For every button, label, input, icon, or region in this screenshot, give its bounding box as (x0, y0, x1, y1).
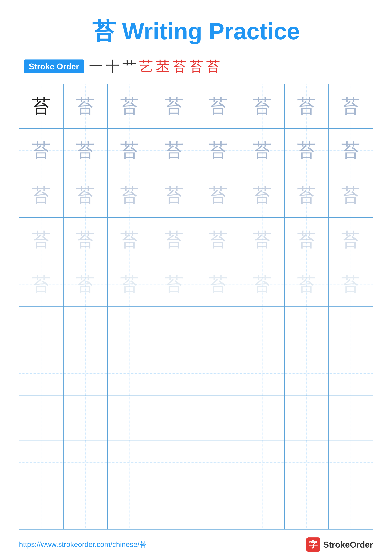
grid-cell-5-2[interactable] (108, 307, 152, 351)
grid-cell-3-4[interactable]: 苔 (196, 218, 241, 262)
grid-cell-5-3[interactable] (152, 307, 196, 351)
grid-cell-4-6[interactable]: 苔 (285, 262, 329, 307)
grid-cell-7-3[interactable] (152, 396, 196, 440)
grid-cell-5-0[interactable] (19, 307, 64, 351)
grid-cell-8-3[interactable] (152, 440, 196, 485)
grid-cell-6-0[interactable] (19, 351, 64, 396)
stroke-order-badge: Stroke Order (24, 59, 84, 73)
grid-cell-6-4[interactable] (196, 351, 241, 396)
grid-cell-6-5[interactable] (240, 351, 285, 396)
grid-cell-9-1[interactable] (64, 485, 108, 529)
grid-row-4: 苔苔苔苔苔苔苔苔 (19, 262, 373, 307)
grid-row-3: 苔苔苔苔苔苔苔苔 (19, 218, 373, 262)
grid-cell-6-3[interactable] (152, 351, 196, 396)
grid-cell-0-4[interactable]: 苔 (196, 84, 241, 128)
grid-cell-8-0[interactable] (19, 440, 64, 485)
grid-cell-2-7[interactable]: 苔 (329, 173, 373, 217)
grid-cell-3-1[interactable]: 苔 (64, 218, 108, 262)
cell-char-1-2: 苔 (120, 141, 139, 160)
grid-cell-2-1[interactable]: 苔 (64, 173, 108, 217)
grid-cell-4-3[interactable]: 苔 (152, 262, 196, 307)
grid-cell-4-1[interactable]: 苔 (64, 262, 108, 307)
grid-cell-0-6[interactable]: 苔 (285, 84, 329, 128)
grid-cell-7-4[interactable] (196, 396, 241, 440)
grid-cell-5-6[interactable] (285, 307, 329, 351)
grid-cell-1-3[interactable]: 苔 (152, 129, 196, 173)
grid-cell-7-0[interactable] (19, 396, 64, 440)
grid-cell-5-4[interactable] (196, 307, 241, 351)
grid-cell-7-7[interactable] (329, 396, 373, 440)
grid-cell-0-1[interactable]: 苔 (64, 84, 108, 128)
grid-cell-4-7[interactable]: 苔 (329, 262, 373, 307)
stroke-char-7: 苔 (189, 57, 203, 76)
cell-char-4-6: 苔 (297, 275, 316, 294)
grid-cell-3-6[interactable]: 苔 (285, 218, 329, 262)
grid-cell-9-2[interactable] (108, 485, 152, 529)
grid-cell-3-5[interactable]: 苔 (240, 218, 285, 262)
grid-cell-3-7[interactable]: 苔 (329, 218, 373, 262)
grid-cell-6-2[interactable] (108, 351, 152, 396)
cell-char-3-7: 苔 (341, 230, 360, 249)
grid-cell-1-0[interactable]: 苔 (19, 129, 64, 173)
grid-cell-9-7[interactable] (329, 485, 373, 529)
grid-cell-4-2[interactable]: 苔 (108, 262, 152, 307)
grid-cell-5-5[interactable] (240, 307, 285, 351)
grid-cell-2-3[interactable]: 苔 (152, 173, 196, 217)
grid-cell-1-2[interactable]: 苔 (108, 129, 152, 173)
grid-cell-1-1[interactable]: 苔 (64, 129, 108, 173)
cell-char-4-4: 苔 (209, 275, 228, 294)
grid-cell-2-6[interactable]: 苔 (285, 173, 329, 217)
grid-cell-1-7[interactable]: 苔 (329, 129, 373, 173)
grid-cell-0-3[interactable]: 苔 (152, 84, 196, 128)
grid-cell-1-6[interactable]: 苔 (285, 129, 329, 173)
grid-cell-9-3[interactable] (152, 485, 196, 529)
grid-cell-2-2[interactable]: 苔 (108, 173, 152, 217)
grid-cell-8-7[interactable] (329, 440, 373, 485)
grid-cell-6-1[interactable] (64, 351, 108, 396)
cell-char-2-4: 苔 (209, 186, 228, 205)
grid-cell-9-4[interactable] (196, 485, 241, 529)
grid-cell-5-1[interactable] (64, 307, 108, 351)
grid-cell-8-5[interactable] (240, 440, 285, 485)
page: 苔 Writing Practice Stroke Order 一 十 艹 艺 … (0, 0, 392, 555)
grid-cell-1-4[interactable]: 苔 (196, 129, 241, 173)
stroke-char-4: 艺 (139, 57, 153, 76)
grid-cell-3-2[interactable]: 苔 (108, 218, 152, 262)
grid-cell-0-7[interactable]: 苔 (329, 84, 373, 128)
grid-cell-2-5[interactable]: 苔 (240, 173, 285, 217)
grid-cell-0-5[interactable]: 苔 (240, 84, 285, 128)
grid-cell-7-5[interactable] (240, 396, 285, 440)
grid-cell-8-6[interactable] (285, 440, 329, 485)
cell-char-4-5: 苔 (253, 275, 272, 294)
stroke-char-2: 十 (106, 57, 120, 76)
grid-cell-0-2[interactable]: 苔 (108, 84, 152, 128)
grid-cell-7-6[interactable] (285, 396, 329, 440)
grid-cell-4-5[interactable]: 苔 (240, 262, 285, 307)
page-title: 苔 Writing Practice (92, 16, 300, 47)
grid-cell-7-2[interactable] (108, 396, 152, 440)
grid-cell-6-6[interactable] (285, 351, 329, 396)
grid-row-8 (19, 440, 373, 485)
grid-cell-3-0[interactable]: 苔 (19, 218, 64, 262)
grid-cell-2-0[interactable]: 苔 (19, 173, 64, 217)
grid-cell-6-7[interactable] (329, 351, 373, 396)
grid-cell-4-0[interactable]: 苔 (19, 262, 64, 307)
cell-char-1-0: 苔 (32, 141, 51, 160)
grid-cell-1-5[interactable]: 苔 (240, 129, 285, 173)
grid-cell-7-1[interactable] (64, 396, 108, 440)
cell-char-0-1: 苔 (76, 97, 95, 116)
grid-cell-9-6[interactable] (285, 485, 329, 529)
grid-cell-2-4[interactable]: 苔 (196, 173, 241, 217)
grid-cell-5-7[interactable] (329, 307, 373, 351)
grid-cell-3-3[interactable]: 苔 (152, 218, 196, 262)
grid-cell-8-4[interactable] (196, 440, 241, 485)
grid-cell-9-5[interactable] (240, 485, 285, 529)
cell-char-2-6: 苔 (297, 186, 316, 205)
cell-char-0-5: 苔 (253, 97, 272, 116)
grid-cell-4-4[interactable]: 苔 (196, 262, 241, 307)
grid-cell-8-2[interactable] (108, 440, 152, 485)
grid-row-2: 苔苔苔苔苔苔苔苔 (19, 173, 373, 218)
grid-cell-9-0[interactable] (19, 485, 64, 529)
grid-cell-0-0[interactable]: 苔 (19, 84, 64, 128)
grid-cell-8-1[interactable] (64, 440, 108, 485)
